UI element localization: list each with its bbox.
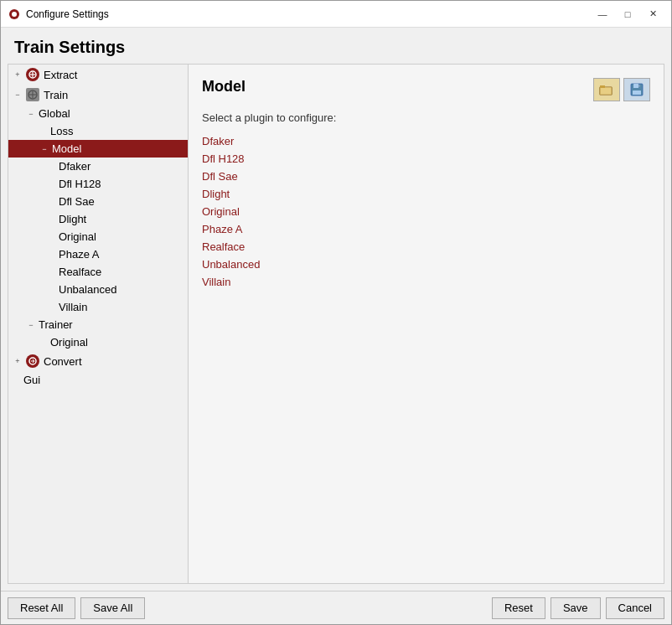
- save-file-button[interactable]: [623, 78, 650, 101]
- open-file-button[interactable]: [593, 78, 620, 101]
- sidebar-item-villain[interactable]: Villain: [8, 298, 188, 316]
- sidebar-item-loss[interactable]: Loss: [8, 122, 188, 140]
- page-title: Train Settings: [1, 28, 671, 64]
- titlebar: Configure Settings — □ ✕: [1, 1, 671, 28]
- svg-rect-11: [600, 87, 612, 95]
- expand-trainer-icon: −: [25, 319, 37, 331]
- sidebar-item-unbalanced[interactable]: Unbalanced: [8, 281, 188, 298]
- minimize-button[interactable]: —: [591, 5, 614, 23]
- dfaker-label: Dfaker: [59, 160, 90, 173]
- unbalanced-label: Unbalanced: [59, 283, 116, 296]
- plugin-dfl-sae[interactable]: Dfl Sae: [202, 169, 650, 183]
- svg-rect-15: [633, 90, 641, 95]
- dlight-label: Dlight: [59, 213, 86, 225]
- sidebar-item-global[interactable]: − Global: [8, 105, 188, 122]
- model-label: Model: [52, 142, 81, 155]
- sidebar-item-phaze-a[interactable]: Phaze A: [8, 245, 188, 263]
- plugin-list: Dfaker Dfl H128 Dfl Sae Dlight Original …: [202, 134, 650, 289]
- main-window: Configure Settings — □ ✕ Train Settings …: [0, 0, 672, 625]
- extract-icon: [25, 67, 40, 82]
- plugin-realface[interactable]: Realface: [202, 240, 650, 254]
- save-button[interactable]: Save: [551, 597, 601, 619]
- footer: Reset All Save All Reset Save Cancel: [1, 591, 671, 624]
- expand-global-icon: −: [25, 108, 37, 120]
- panel-toolbar: [593, 78, 650, 101]
- select-plugin-label: Select a plugin to configure:: [202, 111, 650, 124]
- convert-label: Convert: [44, 355, 82, 368]
- main-panel: Model: [189, 65, 664, 583]
- plugin-unbalanced[interactable]: Unbalanced: [202, 257, 650, 271]
- app-icon: [8, 8, 21, 21]
- sidebar-item-convert[interactable]: + Convert: [8, 351, 188, 371]
- trainer-original-label: Original: [50, 336, 88, 349]
- loss-label: Loss: [50, 125, 73, 137]
- sidebar-item-trainer-original[interactable]: Original: [8, 333, 188, 351]
- sidebar-item-extract[interactable]: + Extract: [8, 65, 188, 85]
- expand-train-icon: −: [12, 89, 23, 101]
- expand-extract-icon: +: [12, 69, 23, 80]
- reset-button[interactable]: Reset: [492, 597, 545, 619]
- sidebar-item-train[interactable]: − Train: [8, 85, 188, 105]
- svg-point-1: [12, 12, 17, 17]
- train-label: Train: [44, 89, 68, 101]
- sidebar-item-original[interactable]: Original: [8, 228, 188, 245]
- sidebar-item-gui[interactable]: Gui: [8, 371, 188, 389]
- sidebar-item-dfl-h128[interactable]: Dfl H128: [8, 175, 188, 193]
- window-controls: — □ ✕: [591, 5, 664, 23]
- window-title: Configure Settings: [26, 8, 591, 20]
- convert-icon: [25, 354, 40, 369]
- sidebar: + Extract − Train: [8, 65, 189, 583]
- global-label: Global: [39, 107, 70, 120]
- extract-label: Extract: [44, 69, 77, 81]
- save-all-button[interactable]: Save All: [80, 597, 145, 619]
- sidebar-item-trainer[interactable]: − Trainer: [8, 316, 188, 333]
- panel-title: Model: [202, 78, 246, 96]
- dfl-h128-label: Dfl H128: [59, 178, 101, 190]
- panel-header: Model: [202, 78, 650, 101]
- footer-left-buttons: Reset All Save All: [8, 597, 145, 619]
- expand-convert-icon: +: [12, 355, 23, 367]
- realface-label: Realface: [59, 266, 101, 278]
- villain-label: Villain: [59, 301, 87, 313]
- original-label: Original: [59, 230, 96, 243]
- svg-rect-12: [600, 85, 605, 88]
- sidebar-item-realface[interactable]: Realface: [8, 263, 188, 281]
- svg-rect-16: [638, 85, 640, 87]
- expand-model-icon: −: [39, 143, 50, 155]
- train-icon: [25, 87, 40, 102]
- plugin-dfl-h128[interactable]: Dfl H128: [202, 152, 650, 166]
- sidebar-item-dlight[interactable]: Dlight: [8, 210, 188, 228]
- footer-right-buttons: Reset Save Cancel: [492, 597, 664, 619]
- plugin-phaze-a[interactable]: Phaze A: [202, 222, 650, 236]
- plugin-villain[interactable]: Villain: [202, 275, 650, 289]
- cancel-button[interactable]: Cancel: [606, 597, 664, 619]
- reset-all-button[interactable]: Reset All: [8, 597, 75, 619]
- plugin-dfaker[interactable]: Dfaker: [202, 134, 650, 148]
- plugin-dlight[interactable]: Dlight: [202, 187, 650, 201]
- sidebar-item-dfaker[interactable]: Dfaker: [8, 158, 188, 175]
- svg-rect-14: [633, 84, 638, 88]
- content-area: + Extract − Train: [8, 64, 664, 584]
- dfl-sae-label: Dfl Sae: [59, 195, 95, 208]
- close-button[interactable]: ✕: [641, 5, 664, 23]
- phaze-a-label: Phaze A: [59, 248, 99, 261]
- sidebar-item-model[interactable]: − Model: [8, 140, 188, 158]
- trainer-label: Trainer: [39, 318, 73, 331]
- plugin-original[interactable]: Original: [202, 204, 650, 219]
- sidebar-item-dfl-sae[interactable]: Dfl Sae: [8, 193, 188, 210]
- gui-label: Gui: [23, 374, 40, 386]
- maximize-button[interactable]: □: [616, 5, 639, 23]
